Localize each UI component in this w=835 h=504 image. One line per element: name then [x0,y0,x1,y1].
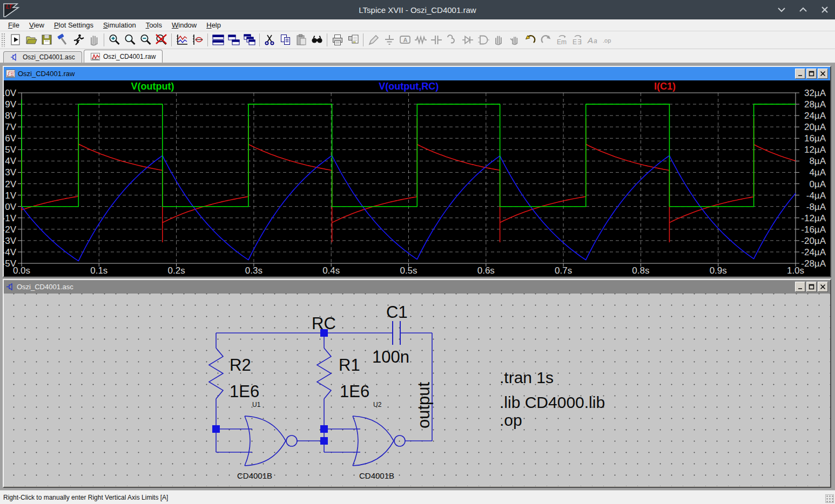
mirror-icon: Em [554,32,569,47]
component-name-r2: R2 [230,356,251,374]
maximize-icon[interactable] [806,69,817,79]
resize-grip[interactable] [825,494,834,503]
toolbar-separator [104,33,104,46]
component-name-c1: C1 [386,303,408,322]
x-tick-label: 0.9s [710,265,727,276]
y-right-tick-label: 12µA [804,145,826,155]
run-simulation-icon[interactable] [70,32,86,47]
svg-text:LT: LT [6,4,12,10]
y-left-tick-label: -2V [4,224,17,235]
menu-item-help[interactable]: Help [201,20,226,30]
component-part-u1: CD4001B [237,471,272,480]
waveform-tab-icon [91,53,100,60]
minimize-chevron-icon[interactable] [777,5,786,15]
toolbar-separator [363,33,363,46]
print-preview-icon[interactable] [345,32,361,47]
y-right-tick-label: 16µA [804,133,826,144]
toolbar-grip[interactable] [1,33,5,47]
close-icon[interactable] [818,69,828,79]
undo-icon[interactable] [522,32,538,47]
svg-text:a: a [594,37,597,45]
minimize-icon[interactable] [795,282,805,292]
spice-directive-3: .op [500,411,522,429]
y-right-tick-label: -28µA [801,258,826,269]
component-value-c1: 100n [372,348,409,366]
os-title-bar[interactable]: LT LTspice XVII - Oszi_CD4001.raw [0,0,835,19]
svg-text:E: E [557,38,561,46]
maximize-icon[interactable] [806,282,817,292]
y-right-tick-label: -8µA [806,202,826,212]
save-icon[interactable] [39,32,55,47]
schematic-window-titlebar[interactable]: Oszi_CD4001.asc [4,280,830,294]
tile-vertical-icon[interactable] [226,32,241,47]
menu-item-simulation[interactable]: Simulation [98,20,141,30]
menu-item-tools[interactable]: Tools [141,20,167,30]
zoom-out-icon[interactable] [138,32,153,47]
x-tick-label: 0.6s [477,265,495,276]
waveform-plot-canvas[interactable]: 10V9V8V7V6V5V4V3V2V1V0V-1V-2V-3V-4V-5V32… [4,80,830,276]
toolbar-separator [259,33,260,46]
y-left-tick-label: 6V [5,133,16,144]
component-value-r1: 1E6 [340,382,369,401]
spice-directive-2: .lib CD4000.lib [500,393,605,411]
y-left-tick-label: 0V [5,202,16,212]
y-left-tick-label: 7V [5,122,16,132]
svg-text:E: E [573,38,577,46]
waveform-window-titlebar[interactable]: Oszi_CD4001.raw [4,67,830,80]
close-icon[interactable] [818,282,828,292]
rotate-icon: E∃ [569,32,585,47]
svg-text:m: m [561,38,567,46]
tile-horizontal-icon[interactable] [210,32,226,47]
schematic-canvas[interactable]: RCC1100nR21E6R11E6U1U2CD4001BCD4001Boutp… [4,294,830,486]
close-x-icon[interactable] [820,5,830,15]
zoom-area-icon[interactable] [122,32,138,47]
y-right-tick-label: 28µA [804,99,826,110]
y-right-tick-label: 0µA [809,179,826,189]
open-icon[interactable] [23,32,39,47]
minimize-icon[interactable] [795,69,805,79]
maximize-chevron-icon[interactable] [798,5,808,15]
schematic-window: Oszi_CD4001.asc RCC1100nR21E6R11E6U1U2CD… [3,279,831,488]
component-icon [475,32,491,47]
spice-directive-icon: .op [601,32,616,47]
x-tick-label: 0.5s [400,265,417,276]
cut-icon[interactable] [262,32,278,47]
copy-icon[interactable] [278,32,293,47]
new-schematic-icon[interactable] [8,32,23,47]
menu-item-file[interactable]: File [3,20,24,30]
y-right-tick-label: -12µA [801,213,826,223]
x-tick-label: 0.7s [555,265,572,276]
waveform-window-title: Oszi_CD4001.raw [18,70,75,78]
schematic-tab-icon [10,53,19,61]
schematic-window-title: Oszi_CD4001.asc [17,283,73,291]
find-icon[interactable] [309,32,325,47]
print-icon[interactable] [329,32,345,47]
x-tick-label: 0.2s [168,265,185,276]
y-left-tick-label: 10V [4,88,17,98]
cascade-windows-icon[interactable] [241,32,257,47]
status-bar: Right-Click to manually enter Right Vert… [0,490,835,504]
autorange-plot-icon[interactable] [174,32,190,47]
schematic-drawing: RCC1100nR21E6R11E6U1U2CD4001BCD4001Boutp… [4,294,830,486]
waveform-plot[interactable]: 10V9V8V7V6V5V4V3V2V1V0V-1V-2V-3V-4V-5V32… [4,80,830,276]
y-left-tick-label: 4V [5,156,16,166]
halt-icon [86,32,102,47]
draw-wire-icon [366,32,381,47]
control-panel-icon[interactable] [55,32,70,47]
tab-oszi_cd4001.asc[interactable]: Oszi_CD4001.asc [3,51,82,63]
menu-item-view[interactable]: View [24,20,49,30]
tab-label: Oszi_CD4001.asc [23,53,75,61]
y-left-tick-label: 5V [5,145,16,155]
menu-item-window[interactable]: Window [167,20,201,30]
zoom-in-icon[interactable] [106,32,122,47]
waveform-window-icon [6,70,15,78]
component-part-u2: CD4001B [359,471,394,480]
plot-cursor-icon[interactable] [190,32,205,47]
svg-text:.op: .op [603,37,611,44]
menu-item-plot-settings[interactable]: Plot Settings [49,20,98,30]
y-left-tick-label: -1V [4,213,17,223]
mdi-workspace: Oszi_CD4001.raw 10V9V8V7V6V5V4V3V2V1V0V-… [0,63,835,490]
zoom-full-extents-icon[interactable] [153,32,169,47]
tab-label: Oszi_CD4001.raw [103,53,156,60]
tab-oszi_cd4001.raw[interactable]: Oszi_CD4001.raw [84,50,163,63]
